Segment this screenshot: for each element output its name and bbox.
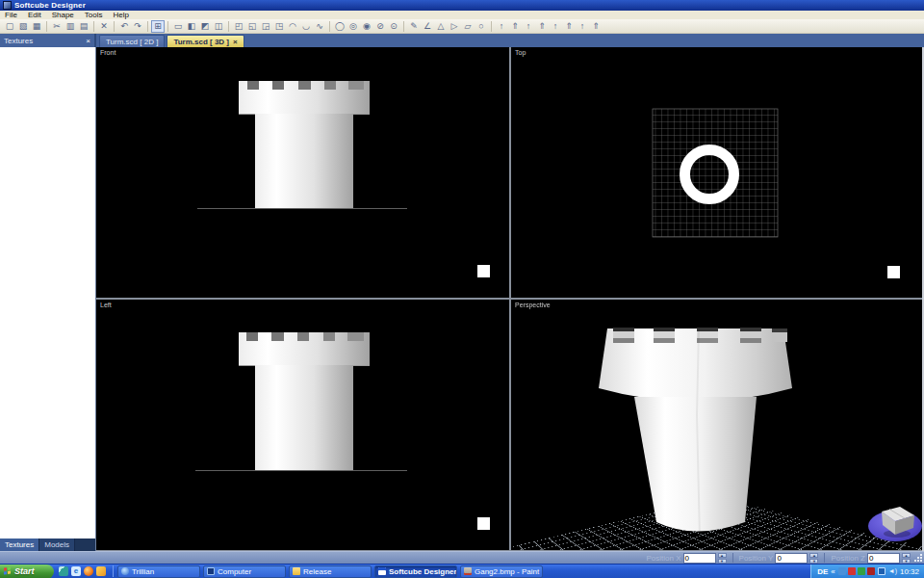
shade-icon[interactable]: ⊙ (387, 20, 400, 33)
arrow-tool-3-icon[interactable]: ↑ (522, 20, 535, 33)
start-button[interactable]: Start (0, 565, 54, 578)
polygon-icon[interactable]: ▱ (461, 20, 475, 33)
textures-panel-title: Textures (4, 37, 33, 45)
panel-tab-textures[interactable]: Textures (0, 539, 39, 551)
spinner-down-icon[interactable]: ▼ (902, 559, 911, 564)
cut-icon[interactable]: ✂ (50, 20, 64, 33)
new-file-icon[interactable]: ▢ (3, 20, 16, 33)
taper-icon[interactable]: ∿ (313, 20, 326, 33)
smooth-icon[interactable]: ◉ (360, 20, 373, 33)
panel-close-icon[interactable]: × (86, 37, 90, 45)
angle-icon[interactable]: ∠ (421, 20, 434, 33)
arrow-tool-2-icon[interactable]: ⇑ (508, 20, 522, 33)
twist-icon[interactable]: ◡ (299, 20, 313, 33)
arrow-tool-6-icon[interactable]: ⇑ (562, 20, 576, 33)
volume-icon[interactable]: ◄) (888, 567, 897, 575)
position-y-label: Position Y (739, 554, 774, 563)
open-file-icon[interactable]: ▧ (16, 20, 30, 33)
show-desktop-icon[interactable] (59, 566, 68, 576)
tab-turm-scd-3d[interactable]: Turm.scd [ 3D ]× (167, 35, 244, 47)
tab-close-icon[interactable]: × (233, 38, 238, 46)
resize-grip[interactable] (914, 554, 922, 562)
panel-tab-models[interactable]: Models (39, 539, 75, 551)
network-icon[interactable] (878, 567, 886, 575)
wireframe-icon[interactable]: ⊘ (373, 20, 387, 33)
save-icon[interactable]: ▦ (30, 20, 43, 33)
task-trillian[interactable]: Trillian (117, 565, 200, 578)
insert-cylinder-icon[interactable]: ◧ (185, 20, 198, 33)
task-paint-label: Gang2.bmp - Paint (475, 567, 539, 576)
position-z-input[interactable]: 0 (867, 553, 900, 564)
undo-icon[interactable]: ↶ (117, 20, 131, 33)
messenger-tray-icon[interactable] (838, 567, 846, 575)
task-softcube-designer[interactable]: Softcube Designer (374, 565, 457, 578)
orientation-gizmo[interactable] (511, 300, 922, 550)
tray-chevron-icon[interactable]: « (831, 567, 834, 576)
arrow-tool-7-icon[interactable]: ↑ (576, 20, 589, 33)
insert-mesh-icon[interactable]: ◫ (212, 20, 225, 33)
position-field-z: Position Z0▲▼ (831, 553, 911, 564)
spinner-down-icon[interactable]: ▼ (809, 559, 818, 564)
position-x-spinner[interactable]: ▲▼ (718, 553, 727, 564)
viewport-top-handle[interactable] (887, 266, 900, 278)
prism-icon[interactable]: ▷ (448, 20, 461, 33)
tab-turm-scd-2d[interactable]: Turm.scd [ 2D ] (99, 35, 165, 47)
menu-shape[interactable]: Shape (52, 11, 74, 19)
internet-explorer-icon[interactable]: e (71, 566, 81, 576)
arrow-tool-4-icon[interactable]: ⇑ (535, 20, 549, 33)
spinner-up-icon[interactable]: ▲ (718, 553, 727, 558)
inset-icon[interactable]: ◱ (245, 20, 259, 33)
delete-icon[interactable]: ✕ (97, 20, 111, 33)
split-icon[interactable]: ◲ (259, 20, 272, 33)
triangle-icon[interactable]: △ (434, 20, 448, 33)
insert-box-icon[interactable]: ▭ (171, 20, 185, 33)
media-app-icon[interactable] (96, 566, 106, 576)
antivirus-tray-icon[interactable] (848, 567, 856, 575)
firefox-icon[interactable] (84, 566, 93, 576)
position-y-spinner[interactable]: ▲▼ (809, 553, 818, 564)
paste-icon[interactable]: ▤ (77, 20, 90, 33)
menu-tools[interactable]: Tools (85, 11, 103, 19)
menu-help[interactable]: Help (114, 11, 129, 19)
texture-icon[interactable]: ◎ (346, 20, 360, 33)
menu-file[interactable]: File (5, 11, 17, 19)
softcube-designer-window: Softcube Designer FileEditShapeToolsHelp… (0, 0, 924, 578)
task-paint[interactable]: Gang2.bmp - Paint (460, 565, 543, 578)
spinner-up-icon[interactable]: ▲ (902, 553, 911, 558)
spinner-up-icon[interactable]: ▲ (809, 553, 818, 558)
menu-edit[interactable]: Edit (28, 11, 41, 19)
copy-icon[interactable]: ▥ (64, 20, 77, 33)
merge-icon[interactable]: ◳ (272, 20, 286, 33)
viewport-left-handle[interactable] (477, 517, 490, 530)
circle-icon[interactable]: ○ (475, 20, 488, 33)
insert-plane-icon[interactable]: ◩ (198, 20, 212, 33)
tab-row: Textures × Turm.scd [ 2D ]Turm.scd [ 3D … (0, 34, 924, 47)
quick-launch: e (59, 566, 106, 576)
bend-icon[interactable]: ◠ (286, 20, 299, 33)
vpn-tray-icon[interactable] (858, 567, 865, 575)
task-release[interactable]: Release (289, 565, 372, 578)
arrow-tool-5-icon[interactable]: ↑ (549, 20, 562, 33)
paint-icon (464, 567, 472, 575)
arrow-tool-8-icon[interactable]: ⇑ (589, 20, 603, 33)
position-z-spinner[interactable]: ▲▼ (902, 553, 911, 564)
viewport-front-handle[interactable] (477, 265, 490, 277)
viewport-layout-icon[interactable]: ⊞ (151, 20, 165, 33)
language-indicator[interactable]: DE (817, 567, 828, 576)
extrude-icon[interactable]: ◰ (232, 20, 245, 33)
viewport-perspective[interactable]: Perspective (511, 300, 922, 550)
spinner-down-icon[interactable]: ▼ (718, 559, 727, 564)
arrow-tool-1-icon[interactable]: ↑ (495, 20, 508, 33)
task-computer[interactable]: Computer (203, 565, 286, 578)
viewport-left[interactable]: Left (96, 300, 509, 550)
material-icon[interactable]: ◯ (333, 20, 346, 33)
viewport-top[interactable]: Top (511, 47, 922, 298)
position-field-y: Position Y0▲▼ (739, 553, 819, 564)
draw-icon[interactable]: ✎ (407, 20, 421, 33)
redo-icon[interactable]: ↷ (131, 20, 144, 33)
task-computer-label: Computer (218, 567, 251, 576)
firewall-tray-icon[interactable] (867, 567, 875, 575)
position-x-input[interactable]: 0 (683, 553, 716, 564)
viewport-front[interactable]: Front (96, 47, 509, 298)
position-y-input[interactable]: 0 (775, 553, 808, 564)
